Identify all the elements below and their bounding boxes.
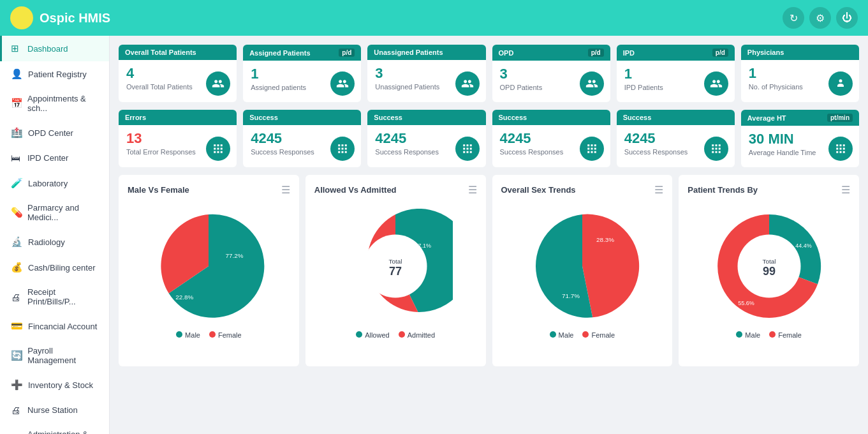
sidebar-item-cash-billing[interactable]: 💰 Cash/Biling center: [0, 255, 109, 280]
donut-chart-allowed-vs-admitted: Total 77 57.1% 42.9% Allowed Admitted: [314, 202, 477, 339]
legend-male-trends: Male: [736, 331, 760, 339]
sidebar-label-cash-billing: Cash/Biling center: [28, 263, 96, 273]
sidebar-item-receipt-print[interactable]: 🖨 Receipt Print/Bills/P...: [0, 280, 109, 313]
sidebar-item-inventory[interactable]: ➕ Inventory & Stock: [0, 372, 109, 398]
stat-card-header-success2: Success: [367, 110, 485, 125]
donut-total-label-trends: Total: [762, 258, 776, 265]
stat-card-unassigned: Unassigned Patients 3 Unassigned Patient…: [367, 45, 485, 102]
settings-button[interactable]: ⚙: [809, 7, 831, 29]
chart-title-patient-trends: Patient Trends By: [688, 185, 758, 195]
sidebar-item-opd[interactable]: 🏥 OPD Center: [0, 120, 109, 146]
sidebar: ⊞ Dashboard 👤 Patient Registry 📅 Appoint…: [0, 36, 110, 434]
stat-badge-opd: p/d: [588, 49, 604, 57]
chart-male-vs-female: Male Vs Female ☰ 77.2% 22.8%: [119, 175, 299, 366]
donut-svg-allowed-vs-admitted: Total 77 57.1% 42.9%: [338, 209, 453, 324]
header-actions: ↻ ⚙ ⏻: [783, 7, 858, 29]
sidebar-item-pharmacy[interactable]: 💊 Parmarcy and Medici...: [0, 196, 109, 229]
stats-row-2: Errors 13 Total Error Responses Success …: [119, 110, 859, 167]
pie-chart-male-vs-female: 77.2% 22.8% Male Female: [128, 202, 290, 339]
stat-card-header-physicians: Physicians: [741, 45, 859, 60]
stat-card-header-unassigned: Unassigned Patients: [367, 45, 485, 60]
stat-title-success4: Success: [623, 114, 652, 121]
stat-title-errors: Errors: [125, 114, 146, 121]
pie-label-female: 22.8%: [176, 294, 194, 301]
stat-icon-errors: [206, 137, 230, 161]
legend-male-trend: Male: [550, 331, 574, 339]
refresh-button[interactable]: ↻: [783, 7, 804, 29]
sidebar-item-nurse-station[interactable]: 🖨 Nurse Station: [0, 398, 109, 423]
stat-icon-success3: [580, 137, 604, 161]
patient-registry-icon: 👤: [11, 68, 23, 80]
radiology-icon: 🔬: [11, 236, 23, 248]
chart-allowed-vs-admitted: Allowed Vs Admitted ☰: [305, 175, 486, 366]
legend-allowed: Allowed: [356, 331, 390, 339]
stat-card-header-opd: OPD p/d: [492, 45, 610, 61]
stat-card-header-success4: Success: [617, 110, 735, 125]
pie-chart-sex-trends: 71.7% 28.3% Male Female: [501, 202, 664, 339]
main-layout: ⊞ Dashboard 👤 Patient Registry 📅 Appoint…: [0, 36, 868, 434]
sidebar-item-radiology[interactable]: 🔬 Radiology: [0, 229, 109, 255]
sidebar-item-dashboard[interactable]: ⊞ Dashboard: [0, 36, 109, 61]
chart-menu-icon-male-vs-female[interactable]: ☰: [281, 184, 290, 196]
chart-title-male-vs-female: Male Vs Female: [128, 185, 189, 195]
main-content: Overall Total Patients 4 Overall Total P…: [110, 36, 868, 434]
stat-icon-opd: [580, 71, 604, 96]
legend-female-trend: Female: [582, 331, 615, 339]
stat-icon-success4: [704, 137, 728, 161]
stat-icon-assigned: [330, 71, 355, 96]
power-button[interactable]: ⏻: [836, 7, 858, 29]
pie-svg-male-vs-female: 77.2% 22.8%: [151, 209, 266, 324]
stat-card-header-avg-ht: Average HT pt/min: [741, 110, 859, 126]
stat-card-header-total-patients: Overall Total Patients: [119, 45, 237, 60]
chart-patient-trends: Patient Trends By ☰ Total 99 44.4%: [679, 175, 859, 366]
stat-card-success4: Success 4245 Success Responses: [617, 110, 735, 167]
sidebar-label-laboratory: Laboratory: [28, 179, 68, 188]
chart-header-sex-trends: Overall Sex Trends ☰: [501, 184, 664, 196]
donut-total-value-trends: 99: [763, 265, 776, 278]
stat-title-success3: Success: [499, 114, 527, 121]
stat-card-success3: Success 4245 Success Responses: [492, 110, 610, 167]
payroll-icon: 🔄: [11, 350, 22, 361]
sidebar-item-payroll[interactable]: 🔄 Payroll Management: [0, 339, 109, 372]
stat-card-ipd: IPD p/d 1 IPD Patients: [617, 45, 735, 102]
pie-svg-sex-trends: 71.7% 28.3%: [525, 209, 640, 324]
stat-title-physicians: Physicians: [747, 49, 784, 56]
stat-icon-physicians: [828, 71, 853, 96]
sidebar-item-laboratory[interactable]: 🧪 Laboratory: [0, 170, 109, 196]
chart-sex-trends: Overall Sex Trends ☰ 71.7% 28.3% Male: [492, 175, 673, 366]
logo-circle: [10, 6, 33, 29]
stat-icon-ipd: [704, 71, 728, 96]
sidebar-item-patient-registry[interactable]: 👤 Patient Registry: [0, 61, 109, 87]
chart-menu-icon-allowed-vs-admitted[interactable]: ☰: [468, 184, 477, 196]
legend-female: Female: [209, 331, 242, 339]
stat-card-header-ipd: IPD p/d: [617, 45, 735, 61]
sidebar-item-financial[interactable]: 💳 Fincancial Account: [0, 313, 109, 339]
chart-menu-icon-patient-trends[interactable]: ☰: [841, 184, 850, 196]
pharmacy-icon: 💊: [11, 207, 22, 218]
stat-title-success1: Success: [249, 114, 278, 121]
stats-row-1: Overall Total Patients 4 Overall Total P…: [119, 45, 859, 102]
sidebar-item-administration[interactable]: ⚙ Administration & Mo...: [0, 423, 109, 434]
stat-icon-unassigned: [455, 71, 480, 96]
pie-label-male-trend: 28.3%: [596, 236, 614, 243]
stat-card-header-success3: Success: [492, 110, 610, 125]
sidebar-label-appointments: Appointments & sch...: [27, 94, 100, 113]
stat-badge-avg-ht: pt/min: [827, 114, 853, 122]
pie-label-male: 77.2%: [226, 252, 244, 259]
donut-pct-male-trends: 44.4%: [795, 243, 812, 249]
legend-admitted: Admitted: [399, 331, 435, 339]
donut-total-value-allowed: 77: [389, 265, 402, 278]
donut-svg-patient-trends: Total 99 44.4% 55.6%: [712, 209, 827, 324]
chart-legend-sex-trends: Male Female: [550, 331, 615, 339]
inventory-icon: ➕: [11, 379, 23, 391]
sidebar-item-appointments[interactable]: 📅 Appointments & sch...: [0, 87, 109, 120]
sidebar-item-ipd[interactable]: 🛏 IPD Center: [0, 146, 109, 170]
chart-header-allowed-vs-admitted: Allowed Vs Admitted ☰: [314, 184, 477, 196]
stat-card-header-assigned: Assigned Patients p/d: [243, 45, 361, 61]
chart-legend-allowed-vs-admitted: Allowed Admitted: [356, 331, 435, 339]
charts-row: Male Vs Female ☰ 77.2% 22.8%: [119, 175, 859, 366]
financial-icon: 💳: [11, 320, 23, 332]
chart-menu-icon-sex-trends[interactable]: ☰: [654, 184, 663, 196]
stat-icon-total-patients: [206, 71, 230, 96]
stat-badge-ipd: p/d: [712, 49, 728, 57]
